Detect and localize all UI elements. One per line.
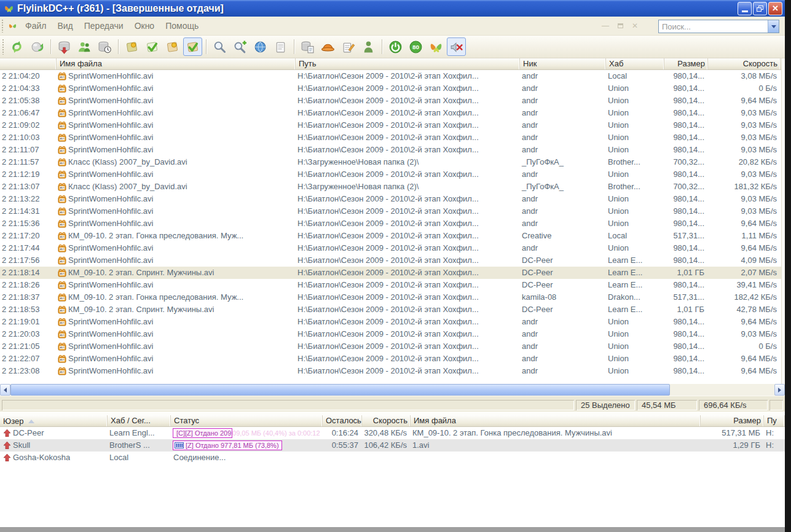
minimize-button[interactable]: [738, 2, 752, 15]
uploads-column-header-time[interactable]: [0, 58, 57, 69]
cell-time: 2 21:13:07: [0, 181, 57, 193]
notepad-icon[interactable]: [271, 37, 290, 56]
transfers-column-header-Пу[interactable]: Пу: [764, 415, 785, 426]
upload-row[interactable]: 2 21:18:14AVIКМ_09-10. 2 этап. Спринт. М…: [0, 267, 785, 279]
mdi-restore-button[interactable]: [614, 20, 626, 31]
upload-row[interactable]: 2 21:18:53AVIКМ_09-10. 2 этап. Спринт. М…: [0, 303, 785, 316]
upload-row[interactable]: 2 21:18:37AVIКМ_09-10. 2 этап. Гонка пре…: [0, 291, 785, 303]
upload-row[interactable]: 2 21:04:33AVISprintWomenHohfilc.aviH:\Би…: [0, 82, 785, 95]
search-dropdown-button[interactable]: [768, 20, 779, 33]
chevron-down-icon: [771, 25, 776, 28]
menu-item-файл[interactable]: Файл: [20, 18, 52, 34]
search-combobox[interactable]: Поиск...: [658, 20, 779, 33]
avi-file-icon: AVI: [58, 72, 66, 80]
segments-icon: [175, 442, 184, 448]
upload-row[interactable]: 2 21:10:03AVISprintWomenHohfilc.aviH:\Би…: [0, 131, 785, 144]
transfers-column-header-Статус[interactable]: Статус: [171, 415, 323, 426]
cell-status: [Z] Отдано 977,81 МБ (73,8%)[Z] Отдано 9…: [171, 439, 323, 452]
transfers-column-header-Размер[interactable]: Размер: [701, 415, 764, 426]
adl-search-icon[interactable]: [230, 37, 250, 56]
vertical-scrollbar[interactable]: [781, 58, 785, 384]
menu-item-вид[interactable]: Вид: [52, 18, 78, 34]
close-button[interactable]: ✕: [768, 2, 782, 15]
shutdown-icon[interactable]: [386, 37, 405, 56]
open-filelist-icon[interactable]: [298, 37, 317, 56]
search-icon[interactable]: [210, 37, 229, 56]
uploads-column-header-Имя файла[interactable]: Имя файла: [57, 58, 296, 69]
cell-size: 980,14...: [664, 70, 708, 82]
upload-row[interactable]: 2 21:17:56AVISprintWomenHohfilc.aviH:\Би…: [0, 254, 785, 267]
refresh-icon[interactable]: [7, 37, 26, 56]
reconnect-icon[interactable]: [28, 37, 47, 56]
upload-row[interactable]: 2 21:12:19AVISprintWomenHohfilc.aviH:\Би…: [0, 168, 785, 181]
mute-icon[interactable]: [447, 37, 466, 56]
transfer-row[interactable]: DC-PeerLearn Engl...[C][Z] Отдано 209,05…: [0, 427, 785, 439]
scroll-right-button[interactable]: [774, 384, 785, 396]
upload-row[interactable]: 2 21:06:47AVISprintWomenHohfilc.aviH:\Би…: [0, 107, 785, 119]
upload-row[interactable]: 2 21:15:36AVISprintWomenHohfilc.aviH:\Би…: [0, 217, 785, 230]
scrollbar-thumb[interactable]: [10, 384, 670, 396]
uploads-column-header-Размер[interactable]: Размер: [664, 58, 708, 69]
transfer-row[interactable]: Gosha-KokoshaLocalСоединение...: [0, 452, 785, 464]
flylink-icon[interactable]: [427, 37, 446, 56]
uploads-column-header-Ник[interactable]: Ник: [520, 58, 606, 69]
menu-item-окно[interactable]: Окно: [129, 18, 160, 34]
mdi-close-button[interactable]: ✕: [629, 20, 641, 31]
waiting-users-icon[interactable]: [95, 37, 114, 56]
cell-filename: AVISprintWomenHohfilc.avi: [57, 144, 296, 156]
upload-row[interactable]: 2 21:05:38AVISprintWomenHohfilc.aviH:\Би…: [0, 95, 785, 107]
upload-row[interactable]: 2 21:22:07AVISprintWomenHohfilc.aviH:\Би…: [0, 353, 785, 365]
transfers-column-header-Скорость[interactable]: Скорость: [362, 415, 411, 426]
scroll-left-button[interactable]: [0, 384, 10, 396]
uploads-column-header-Хаб[interactable]: Хаб: [606, 58, 664, 69]
search-spy-icon[interactable]: [251, 37, 270, 56]
upload-row[interactable]: 2 21:19:01AVISprintWomenHohfilc.aviH:\Би…: [0, 316, 785, 328]
finished-downloads-icon[interactable]: [163, 37, 182, 56]
menu-item-помощь[interactable]: Помощь: [160, 18, 204, 34]
menu-item-передачи[interactable]: Передачи: [79, 18, 129, 34]
cell-speed: 106,42 КБ/s: [362, 439, 411, 452]
menubar-grip[interactable]: [1, 19, 4, 33]
mdi-minimize-button[interactable]: —: [599, 20, 612, 31]
transfers-column-header-Юзер[interactable]: Юзер: [0, 415, 108, 426]
upload-row[interactable]: 2 21:11:57AVIКласс (Klass) 2007_by_David…: [0, 156, 785, 168]
favorite-users-icon[interactable]: [75, 37, 94, 56]
titlebar[interactable]: FlylinkDC++ (r361) - [Завершенные отдачи…: [0, 0, 785, 17]
favorite-hubs-icon[interactable]: [122, 37, 141, 56]
upload-row[interactable]: 2 21:13:22AVISprintWomenHohfilc.aviH:\Би…: [0, 193, 785, 205]
toolbar-grip[interactable]: [2, 39, 5, 55]
away-icon[interactable]: [359, 37, 378, 56]
search-input[interactable]: Поиск...: [659, 20, 768, 33]
cell-size: 980,14...: [664, 340, 708, 353]
upload-row[interactable]: 2 21:09:02AVISprintWomenHohfilc.aviH:\Би…: [0, 119, 785, 131]
download-queue-icon[interactable]: [55, 37, 74, 56]
transfer-row[interactable]: SkullBrotherS ...[Z] Отдано 977,81 МБ (7…: [0, 439, 785, 452]
upload-row[interactable]: 2 21:17:20AVIКМ_09-10. 2 этап. Гонка пре…: [0, 230, 785, 242]
restore-button[interactable]: [753, 2, 767, 15]
upload-row[interactable]: 2 21:04:20AVISprintWomenHohfilc.aviH:\Би…: [0, 70, 785, 82]
transfers-column-header-Осталось[interactable]: Осталось: [323, 415, 362, 426]
upload-row[interactable]: 2 21:18:26AVISprintWomenHohfilc.aviH:\Би…: [0, 279, 785, 291]
cell-speed: 9,03 МБ/s: [708, 131, 781, 144]
limit-80-icon[interactable]: 80: [406, 37, 425, 56]
upload-row[interactable]: 2 21:13:07AVIКласс (Klass) 2007_by_David…: [0, 181, 785, 193]
finished-uploads-icon[interactable]: [183, 37, 202, 56]
toolbar: 80: [0, 36, 785, 58]
upload-row[interactable]: 2 21:14:31AVISprintWomenHohfilc.aviH:\Би…: [0, 205, 785, 217]
upload-arrow-icon: [4, 429, 10, 437]
horizontal-scrollbar[interactable]: [0, 384, 785, 396]
settings-icon[interactable]: [318, 37, 337, 56]
cell-path: H:\Биатлон\Сезон 2009 - 2010\2-й этап Хо…: [296, 70, 520, 82]
upload-row[interactable]: 2 21:17:44AVISprintWomenHohfilc.aviH:\Би…: [0, 242, 785, 254]
transfers-column-header-Имя файла[interactable]: Имя файла: [411, 415, 701, 426]
uploads-column-header-Путь[interactable]: Путь: [296, 58, 520, 69]
cell-time: 2 21:18:14: [0, 267, 57, 279]
notes-icon[interactable]: [339, 37, 358, 56]
upload-row[interactable]: 2 21:11:07AVISprintWomenHohfilc.aviH:\Би…: [0, 144, 785, 156]
upload-row[interactable]: 2 21:23:08AVISprintWomenHohfilc.aviH:\Би…: [0, 365, 785, 377]
public-hubs-icon[interactable]: [143, 37, 162, 56]
transfers-column-header-Хаб / Сег...[interactable]: Хаб / Сег...: [108, 415, 171, 426]
upload-row[interactable]: 2 21:20:03AVISprintWomenHohfilc.aviH:\Би…: [0, 328, 785, 340]
uploads-column-header-Скорость[interactable]: Скорость: [708, 58, 781, 69]
upload-row[interactable]: 2 21:21:05AVISprintWomenHohfilc.aviH:\Би…: [0, 340, 785, 353]
